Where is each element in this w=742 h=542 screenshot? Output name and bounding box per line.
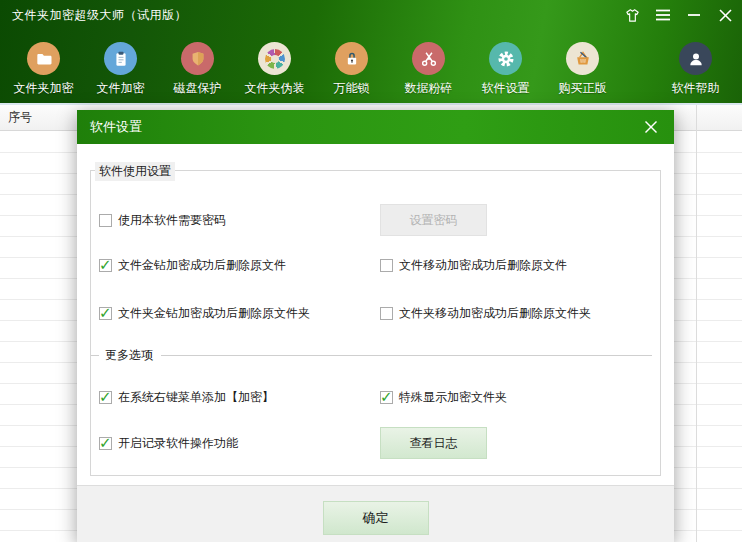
basket-icon <box>566 42 599 75</box>
toolbar: 文件夹加密 文件加密 磁盘保护 文件夹伪装 万能锁 <box>0 30 742 103</box>
toolbar-item-file-encrypt[interactable]: 文件加密 <box>82 42 159 97</box>
checkbox-context-menu[interactable]: 在系统右键菜单添加【加密】 <box>99 389 274 406</box>
gear-icon <box>489 42 522 75</box>
settings-dialog: 软件设置 软件使用设置 使用本软件需要密码 设置密码 <box>77 110 674 542</box>
close-icon[interactable] <box>716 6 734 24</box>
more-options-separator: 更多选项 <box>99 347 652 364</box>
checkbox-label: 文件夹移动加密成功后删除原文件夹 <box>399 305 591 322</box>
checkbox-box[interactable] <box>380 259 393 272</box>
dialog-body: 软件使用设置 使用本软件需要密码 设置密码 文件金钻加密成功后删除原文件 <box>77 144 674 485</box>
view-log-button[interactable]: 查看日志 <box>380 427 487 459</box>
checkbox-special-display[interactable]: 特殊显示加密文件夹 <box>380 389 507 406</box>
toolbar-label: 文件加密 <box>97 80 145 97</box>
groupbox-title: 软件使用设置 <box>95 162 175 181</box>
minimize-icon[interactable] <box>685 6 703 24</box>
toolbar-item-folder-disguise[interactable]: 文件夹伪装 <box>236 42 313 97</box>
row-log: 开启记录软件操作功能 查看日志 <box>99 427 652 459</box>
ok-button[interactable]: 确定 <box>323 501 429 535</box>
row-context-menu: 在系统右键菜单添加【加密】 特殊显示加密文件夹 <box>99 387 652 407</box>
more-options-label: 更多选项 <box>105 347 153 364</box>
toolbar-label: 万能锁 <box>334 80 370 97</box>
usage-settings-groupbox: 软件使用设置 使用本软件需要密码 设置密码 文件金钻加密成功后删除原文件 <box>90 170 661 476</box>
checkbox-label: 文件夹金钻加密成功后删除原文件夹 <box>118 305 310 322</box>
row-folder-delete: 文件夹金钻加密成功后删除原文件夹 文件夹移动加密成功后删除原文件夹 <box>99 303 652 323</box>
toolbar-label: 购买正版 <box>559 80 607 97</box>
toolbar-item-data-shred[interactable]: 数据粉碎 <box>390 42 467 97</box>
checkbox-label: 在系统右键菜单添加【加密】 <box>118 389 274 406</box>
window-title: 文件夹加密超级大师（试用版） <box>12 7 187 24</box>
checkbox-label: 文件金钻加密成功后删除原文件 <box>118 257 286 274</box>
checkbox-folder-gold-delete[interactable]: 文件夹金钻加密成功后删除原文件夹 <box>99 305 310 322</box>
checkbox-label: 文件移动加密成功后删除原文件 <box>399 257 567 274</box>
checkbox-require-password[interactable]: 使用本软件需要密码 <box>99 212 226 229</box>
separator-line <box>161 355 652 356</box>
window-chrome: 文件夹加密超级大师（试用版） 文件夹加密 <box>0 0 742 105</box>
row-password: 使用本软件需要密码 设置密码 <box>99 203 652 237</box>
toolbar-label: 文件夹伪装 <box>245 80 305 97</box>
row-file-delete: 文件金钻加密成功后删除原文件 文件移动加密成功后删除原文件 <box>99 255 652 275</box>
toolbar-item-buy[interactable]: 购买正版 <box>544 42 621 97</box>
toolbar-item-folder-encrypt[interactable]: 文件夹加密 <box>5 42 82 97</box>
checkbox-label: 使用本软件需要密码 <box>118 212 226 229</box>
checkbox-box[interactable] <box>99 307 112 320</box>
dialog-footer: 确定 <box>77 485 674 542</box>
titlebar-controls <box>623 6 734 24</box>
dialog-close-icon[interactable] <box>641 117 661 137</box>
checkbox-label: 特殊显示加密文件夹 <box>399 389 507 406</box>
separator-dash <box>91 355 99 356</box>
dialog-header: 软件设置 <box>77 110 674 144</box>
toolbar-label: 文件夹加密 <box>14 80 74 97</box>
set-password-button[interactable]: 设置密码 <box>380 204 487 236</box>
palette-icon <box>258 42 291 75</box>
checkbox-box[interactable] <box>99 214 112 227</box>
skin-icon[interactable] <box>623 6 641 24</box>
shield-icon <box>181 42 214 75</box>
checkbox-box[interactable] <box>99 259 112 272</box>
checkbox-log-operations[interactable]: 开启记录软件操作功能 <box>99 435 238 452</box>
checkbox-label: 开启记录软件操作功能 <box>118 435 238 452</box>
toolbar-label: 磁盘保护 <box>174 80 222 97</box>
menu-icon[interactable] <box>654 6 672 24</box>
checkbox-file-move-delete[interactable]: 文件移动加密成功后删除原文件 <box>380 257 567 274</box>
toolbar-item-disk-protect[interactable]: 磁盘保护 <box>159 42 236 97</box>
checkbox-folder-move-delete[interactable]: 文件夹移动加密成功后删除原文件夹 <box>380 305 591 322</box>
column-header-index[interactable]: 序号 <box>8 109 32 126</box>
toolbar-item-universal-lock[interactable]: 万能锁 <box>313 42 390 97</box>
checkbox-box[interactable] <box>99 437 112 450</box>
toolbar-label: 软件设置 <box>482 80 530 97</box>
toolbar-item-help[interactable]: 软件帮助 <box>657 42 734 97</box>
scissors-icon <box>412 42 445 75</box>
dialog-title: 软件设置 <box>90 118 142 136</box>
checkbox-box[interactable] <box>99 391 112 404</box>
toolbar-label: 软件帮助 <box>672 80 720 97</box>
table-column-divider <box>696 105 697 542</box>
toolbar-label: 数据粉碎 <box>405 80 453 97</box>
checkbox-box[interactable] <box>380 307 393 320</box>
checkbox-file-gold-delete[interactable]: 文件金钻加密成功后删除原文件 <box>99 257 286 274</box>
toolbar-item-settings[interactable]: 软件设置 <box>467 42 544 97</box>
checkbox-box[interactable] <box>380 391 393 404</box>
person-icon <box>679 42 712 75</box>
titlebar: 文件夹加密超级大师（试用版） <box>0 0 742 30</box>
folder-icon <box>27 42 60 75</box>
lock-icon <box>335 42 368 75</box>
file-icon <box>104 42 137 75</box>
